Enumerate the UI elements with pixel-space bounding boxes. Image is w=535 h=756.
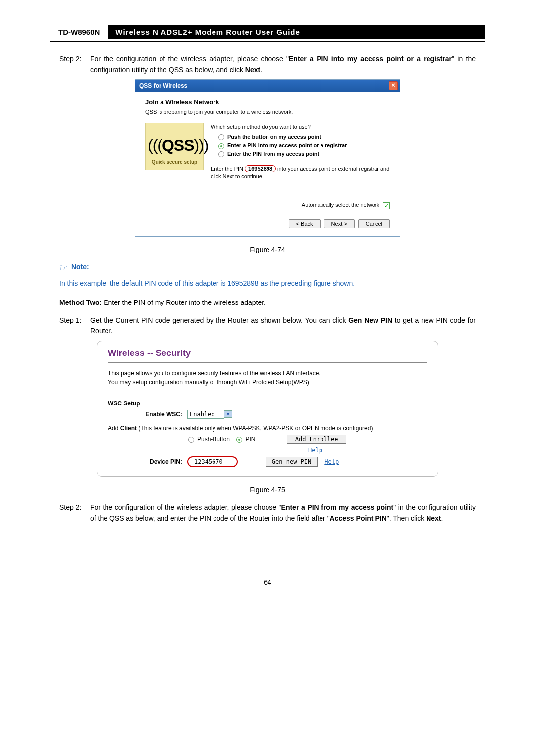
radio-icon [218, 151, 224, 157]
dialog-title: QSS for Wireless [137, 82, 389, 89]
radio-label: Enter a PIN into my access point or a re… [227, 142, 347, 148]
radio-label: Push-Button [197, 436, 230, 443]
enable-wsc-row: Enable WSC: Enabled▾ [108, 410, 427, 419]
help-link[interactable]: Help [308, 447, 322, 454]
method-two-label: Method Two: [59, 299, 102, 306]
qss-logo-panel: (((QSS))) Quick secure setup [145, 123, 204, 170]
bold: Client [120, 425, 137, 432]
bold: Access Point PIN [330, 514, 387, 522]
auto-select-checkbox[interactable]: ✓ [383, 202, 390, 209]
qss-dialog: QSS for Wireless × Join a Wireless Netwo… [135, 79, 400, 236]
step-2b-text: Step 2: For the configuration of the wir… [59, 503, 476, 524]
radio-label: PIN [245, 436, 255, 443]
text: . [260, 66, 262, 74]
text: For the configuration of the wireless ad… [90, 504, 281, 511]
text: Enter the PIN of my Router into the wire… [102, 299, 266, 306]
radio-pin-method[interactable] [236, 436, 245, 443]
header-divider [50, 41, 485, 42]
guide-title: Wireless N ADSL2+ Modem Router User Guid… [108, 25, 485, 39]
panel-divider [108, 362, 427, 363]
step-label: Step 2: [59, 54, 90, 75]
auto-select-label: Automatically select the network [302, 202, 379, 208]
text: Add [108, 425, 120, 432]
pin-instruction: Enter the PIN 16952898 into your access … [211, 165, 390, 181]
panel-divider [108, 394, 427, 394]
help-link[interactable]: Help [324, 458, 339, 465]
step-content: For the configuration of the wireless ad… [90, 503, 476, 524]
step-content: Get the Current PIN code generated by th… [90, 315, 476, 337]
radio-icon [236, 437, 242, 443]
bold-enter-pin: Enter a PIN into my access point or a re… [289, 55, 452, 63]
close-icon[interactable]: × [389, 81, 398, 90]
enable-wsc-select[interactable]: Enabled [187, 410, 224, 419]
step-2-text: Step 2: For the configuration of the wir… [59, 54, 476, 75]
push-pin-row: Push-Button PIN Add Enrollee [188, 435, 427, 444]
text: Get the Current PIN code generated by th… [90, 316, 348, 324]
pin-highlight: 16952898 [245, 165, 276, 172]
text: Enter the PIN [211, 166, 245, 172]
product-model: TD-W8960N [50, 25, 108, 39]
step-label: Step 1: [59, 315, 90, 337]
text: You may setup configuration manually or … [108, 379, 309, 386]
step-content: For the configuration of the wireless ad… [90, 54, 476, 75]
radio-enter-pin-ap[interactable]: Enter a PIN into my access point or a re… [218, 142, 390, 149]
dialog-titlebar: QSS for Wireless × [135, 80, 400, 92]
dialog-buttons: < Back Next > Cancel [145, 219, 390, 228]
device-pin-row: Device PIN: 12345670 Gen new PIN Help [108, 456, 427, 467]
text: This page allows you to configure securi… [108, 370, 321, 377]
note-text: In this example, the default PIN code of… [59, 278, 476, 289]
text: For the configuration of the wireless ad… [90, 55, 289, 63]
router-security-panel: Wireless -- Security This page allows yo… [97, 341, 438, 477]
text: ". Then click [387, 514, 426, 522]
add-enrollee-button[interactable]: Add Enrollee [287, 435, 347, 444]
cancel-button[interactable]: Cancel [358, 219, 390, 228]
figure-caption-74: Figure 4-74 [50, 246, 485, 253]
text: . [441, 514, 443, 522]
radio-icon [218, 134, 224, 140]
radio-icon [188, 437, 194, 443]
radio-enter-pin-from-ap[interactable]: Enter the PIN from my access point [218, 151, 390, 157]
radio-push-button[interactable]: Push the button on my access point [218, 134, 390, 140]
qss-logo: (((QSS))) [148, 136, 201, 154]
bold: Next [426, 514, 441, 522]
page-number: 64 [50, 578, 485, 586]
bold-next: Next [245, 66, 260, 74]
text: (This feature is available only when WPA… [137, 425, 373, 432]
bold-gen-new-pin: Gen New PIN [348, 316, 392, 324]
qss-logo-caption: Quick secure setup [148, 159, 201, 165]
dialog-heading: Join a Wireless Network [145, 99, 390, 106]
method-two: Method Two: Enter the PIN of my Router i… [59, 299, 476, 306]
step-label: Step 2: [59, 503, 90, 524]
next-button[interactable]: Next > [324, 219, 355, 228]
chevron-down-icon[interactable]: ▾ [224, 410, 232, 418]
page-header: TD-W8960N Wireless N ADSL2+ Modem Router… [50, 25, 485, 39]
dialog-subheading: QSS is preparing to join your computer t… [145, 109, 390, 115]
panel-description: This page allows you to configure securi… [108, 369, 427, 387]
radio-label: Push the button on my access point [227, 134, 321, 140]
note-heading: ☞ Note: [59, 262, 476, 273]
radio-icon [218, 143, 224, 149]
panel-title: Wireless -- Security [108, 348, 427, 358]
radio-push-button-method[interactable] [188, 436, 197, 443]
setup-question: Which setup method do you want to use? [211, 124, 390, 130]
device-pin-label: Device PIN: [108, 458, 187, 465]
add-client-text: Add Client (This feature is available on… [108, 425, 427, 432]
note-label: Note: [71, 263, 89, 271]
note-icon: ☞ [59, 263, 67, 273]
figure-caption-75: Figure 4-75 [50, 486, 485, 494]
device-pin-highlight: 12345670 [187, 456, 238, 467]
help-row: Help [301, 447, 427, 454]
step-1-text: Step 1: Get the Current PIN code generat… [59, 315, 476, 337]
bold: Enter a PIN from my access point [281, 504, 394, 511]
gen-new-pin-button[interactable]: Gen new PIN [266, 457, 318, 467]
auto-select-row: Automatically select the network ✓ [145, 202, 390, 209]
enable-wsc-label: Enable WSC: [108, 411, 187, 418]
wsc-setup-heading: WSC Setup [108, 400, 427, 407]
radio-label: Enter the PIN from my access point [227, 151, 319, 157]
back-button[interactable]: < Back [289, 219, 321, 228]
